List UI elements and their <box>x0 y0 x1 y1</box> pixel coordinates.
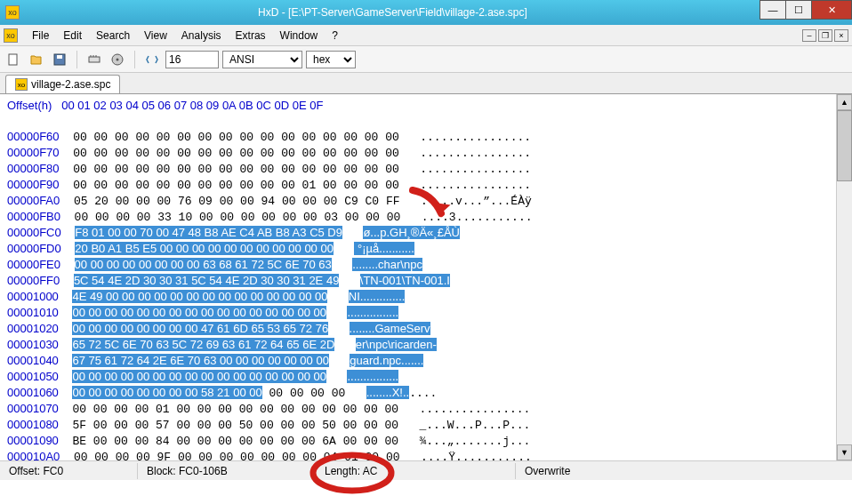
maximize-button[interactable]: ☐ <box>785 0 812 20</box>
menu-bar: xo File Edit Search View Analysis Extras… <box>0 25 852 46</box>
ram-icon <box>87 52 101 67</box>
svg-rect-3 <box>89 57 100 62</box>
separator <box>76 51 77 68</box>
status-mode: Overwrite <box>516 463 852 479</box>
menu-file[interactable]: File <box>25 28 56 44</box>
menu-help[interactable]: ? <box>325 28 345 44</box>
arrows-button[interactable] <box>142 50 162 69</box>
arrows-icon <box>145 52 159 67</box>
save-icon <box>52 52 67 67</box>
title-bar: xo HxD - [E:\PT-Server\GameServer\Field\… <box>0 0 852 25</box>
app-icon: xo <box>5 5 20 20</box>
new-button[interactable] <box>4 50 23 69</box>
minimize-button[interactable]: — <box>760 0 786 20</box>
svg-point-8 <box>117 58 119 60</box>
window-title: HxD - [E:\PT-Server\GameServer\Field\vil… <box>25 6 760 19</box>
status-bar: Offset: FC0 Block: FC0-106B Length: AC O… <box>0 460 852 480</box>
charset-select[interactable]: ANSI <box>222 51 302 68</box>
hex-editor[interactable]: Offset(h) 00 01 02 03 04 05 06 07 08 09 … <box>0 94 852 460</box>
bytes-per-row-input[interactable] <box>165 51 219 68</box>
menu-analysis[interactable]: Analysis <box>174 28 229 44</box>
status-offset: Offset: FC0 <box>0 463 138 479</box>
menu-search[interactable]: Search <box>89 28 137 44</box>
ram-button[interactable] <box>84 50 104 69</box>
toolbar: ANSI hex <box>0 46 852 73</box>
disk-icon <box>110 52 125 67</box>
scroll-down-button[interactable]: ▼ <box>837 444 852 460</box>
file-tab[interactable]: xo village-2.ase.spc <box>5 75 120 93</box>
open-button[interactable] <box>27 50 46 69</box>
scroll-up-button[interactable]: ▲ <box>837 94 852 110</box>
menu-window[interactable]: Window <box>273 28 326 44</box>
app-menu-icon[interactable]: xo <box>4 28 18 43</box>
mdi-minimize[interactable]: – <box>802 29 816 42</box>
save-button[interactable] <box>50 50 69 69</box>
disk-button[interactable] <box>108 50 127 69</box>
separator <box>134 51 135 68</box>
svg-rect-2 <box>57 55 62 59</box>
folder-open-icon <box>29 52 44 67</box>
base-select[interactable]: hex <box>306 51 356 68</box>
svg-rect-0 <box>9 54 17 65</box>
scroll-thumb[interactable] <box>837 110 852 181</box>
status-block: Block: FC0-106B <box>138 463 316 479</box>
menu-view[interactable]: View <box>137 28 174 44</box>
vertical-scrollbar[interactable]: ▲ ▼ <box>836 94 852 460</box>
tab-bar: xo village-2.ase.spc <box>0 73 852 94</box>
file-tab-label: village-2.ase.spc <box>31 78 110 91</box>
mdi-restore[interactable]: ❐ <box>818 29 832 42</box>
mdi-close[interactable]: × <box>834 29 848 42</box>
close-button[interactable]: ✕ <box>811 0 852 20</box>
file-tab-icon: xo <box>15 78 28 91</box>
status-length: Length: AC <box>316 463 516 479</box>
hex-content[interactable]: Offset(h) 00 01 02 03 04 05 06 07 08 09 … <box>0 94 836 460</box>
new-file-icon <box>6 52 20 67</box>
menu-extras[interactable]: Extras <box>229 28 273 44</box>
menu-edit[interactable]: Edit <box>56 28 89 44</box>
window-controls: — ☐ ✕ <box>760 0 852 25</box>
mdi-controls: – ❐ × <box>802 29 848 42</box>
